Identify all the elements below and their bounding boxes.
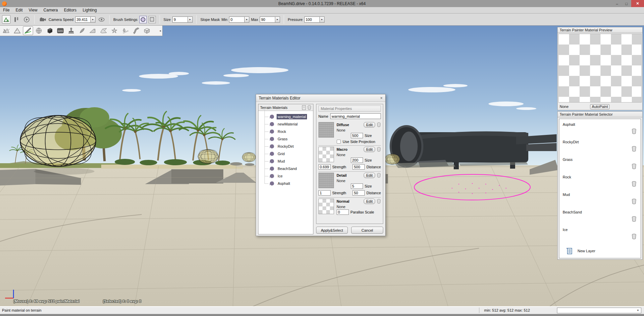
trash-icon[interactable] [632, 164, 637, 169]
foliage-tool-icon[interactable] [77, 26, 87, 35]
selector-item-grass[interactable]: Grass [562, 156, 638, 174]
camera-icon[interactable] [38, 15, 47, 24]
material-item-grid[interactable]: Grid [264, 150, 313, 157]
macro-size-input[interactable] [351, 157, 363, 163]
size-spinner[interactable]: ▸ [172, 17, 193, 23]
world-editor-icon[interactable] [2, 15, 10, 24]
detail-edit-button[interactable]: Edit [364, 173, 375, 178]
pressure-arrow[interactable]: ▸ [320, 17, 325, 23]
menu-camera[interactable]: Camera [40, 7, 61, 13]
detail-thumbnail[interactable] [318, 173, 334, 188]
road-tool-icon[interactable] [131, 26, 141, 35]
terrain-select-tool-icon[interactable] [1, 26, 11, 35]
visibility-eye-icon[interactable] [97, 15, 106, 24]
diffuse-edit-button[interactable]: Edit [364, 122, 375, 127]
material-item-rock[interactable]: Rock [264, 128, 313, 135]
detail-distance-input[interactable] [353, 190, 365, 196]
min-input[interactable] [229, 17, 245, 23]
camera-speed-arrow[interactable]: ▸ [91, 17, 95, 23]
trash-icon[interactable] [632, 216, 637, 222]
cube-tool-icon[interactable] [45, 26, 55, 35]
window-titlebar[interactable]: BeamNG.drive - 0.14.0.1.7239 - RELEASE -… [0, 0, 644, 7]
min-spinner[interactable]: ▸ [229, 17, 249, 23]
selector-item-asphalt[interactable]: Asphalt [562, 121, 638, 139]
detail-size-input[interactable] [351, 183, 363, 189]
autopaint-button[interactable]: AutoPaint [590, 104, 610, 109]
stamp-tool-icon[interactable] [66, 26, 76, 35]
new-layer-button[interactable]: + New Layer [562, 244, 638, 255]
selector-item-beachsand[interactable]: BeachSand [562, 209, 638, 226]
material-item-newmaterial[interactable]: newMaterial [264, 120, 313, 128]
globe-tool-icon[interactable] [34, 26, 44, 35]
close-button[interactable]: ✕ [631, 0, 644, 7]
menu-editors[interactable]: Editors [61, 7, 80, 13]
min-arrow[interactable]: ▸ [245, 17, 249, 23]
parallax-scale-input[interactable] [337, 209, 349, 215]
wirebox-tool-icon[interactable] [142, 26, 152, 35]
pressure-input[interactable] [304, 17, 320, 23]
selector-item-rock[interactable]: Rock [562, 174, 638, 191]
size-input[interactable] [172, 17, 188, 23]
material-item-grass[interactable]: Grass [264, 135, 313, 143]
diffuse-size-input[interactable] [351, 133, 363, 138]
palette-overflow-arrow[interactable]: ◂ [159, 29, 161, 32]
selector-item-rockydirt[interactable]: RockyDirt [562, 139, 638, 156]
erosion-tool-icon[interactable] [120, 26, 130, 35]
dialog-titlebar[interactable]: Terrain Materials Editor × [256, 94, 385, 102]
minimize-button[interactable]: – [612, 0, 622, 7]
paint-material-tool-icon[interactable] [23, 26, 33, 35]
trash-icon[interactable] [632, 234, 637, 239]
material-item-beachsand[interactable]: BeachSand [264, 165, 313, 172]
diffuse-delete-icon[interactable] [377, 122, 381, 127]
trash-icon[interactable] [632, 181, 637, 187]
new-material-icon[interactable] [302, 105, 306, 110]
smooth-tool-icon[interactable] [99, 26, 109, 35]
data-tool-icon[interactable]: DATA [55, 26, 65, 35]
object-bars-icon[interactable] [12, 15, 21, 24]
play-icon[interactable] [22, 15, 31, 24]
menu-file[interactable]: File [0, 7, 12, 13]
max-input[interactable] [260, 17, 275, 23]
ramp-tool-icon[interactable] [88, 26, 98, 35]
camera-speed-spinner[interactable]: ▸ [75, 17, 95, 23]
material-item-asphalt[interactable]: Asphalt [264, 180, 313, 187]
normal-edit-button[interactable]: Edit [364, 199, 375, 204]
material-item-warning-material[interactable]: warning_material [264, 113, 313, 120]
macro-edit-button[interactable]: Edit [364, 147, 375, 152]
selector-item-mud[interactable]: Mud [562, 191, 638, 209]
material-item-ice[interactable]: Ice [264, 172, 313, 180]
normal-thumbnail[interactable] [318, 199, 334, 214]
normal-delete-icon[interactable] [377, 199, 381, 204]
max-spinner[interactable]: ▸ [260, 17, 280, 23]
trash-icon[interactable] [632, 128, 637, 134]
material-item-rockydirt[interactable]: RockyDirt [264, 143, 313, 150]
cancel-button[interactable]: Cancel [351, 227, 383, 234]
diffuse-thumbnail[interactable] [318, 122, 334, 138]
dialog-close-icon[interactable]: × [380, 96, 383, 100]
mountain-tool-icon[interactable] [12, 26, 22, 35]
trash-icon[interactable] [632, 146, 637, 152]
macro-thumbnail[interactable] [318, 147, 334, 162]
detail-strength-input[interactable] [318, 190, 331, 196]
selector-item-ice[interactable]: Ice [562, 226, 638, 244]
material-item-mud[interactable]: Mud [264, 157, 313, 165]
size-arrow[interactable]: ▸ [188, 17, 193, 23]
delete-material-icon[interactable] [307, 105, 311, 110]
max-arrow[interactable]: ▸ [275, 17, 280, 23]
pressure-spinner[interactable]: ▸ [304, 17, 325, 23]
brush-square-button[interactable] [148, 16, 156, 23]
star-tool-icon[interactable] [109, 26, 119, 35]
menu-view[interactable]: View [26, 7, 40, 13]
material-name-input[interactable] [330, 113, 381, 119]
status-dropdown[interactable]: ▼ [557, 308, 641, 313]
side-projection-checkbox[interactable] [337, 140, 341, 144]
macro-delete-icon[interactable] [377, 147, 381, 152]
brush-circle-button[interactable] [139, 16, 147, 23]
menu-edit[interactable]: Edit [12, 7, 26, 13]
macro-distance-input[interactable] [353, 164, 365, 170]
apply-select-button[interactable]: Apply&Select [316, 227, 348, 234]
detail-delete-icon[interactable] [377, 173, 381, 178]
menu-lighting[interactable]: Lighting [80, 7, 100, 13]
macro-strength-input[interactable] [318, 164, 331, 170]
maximize-button[interactable]: □ [622, 0, 631, 7]
